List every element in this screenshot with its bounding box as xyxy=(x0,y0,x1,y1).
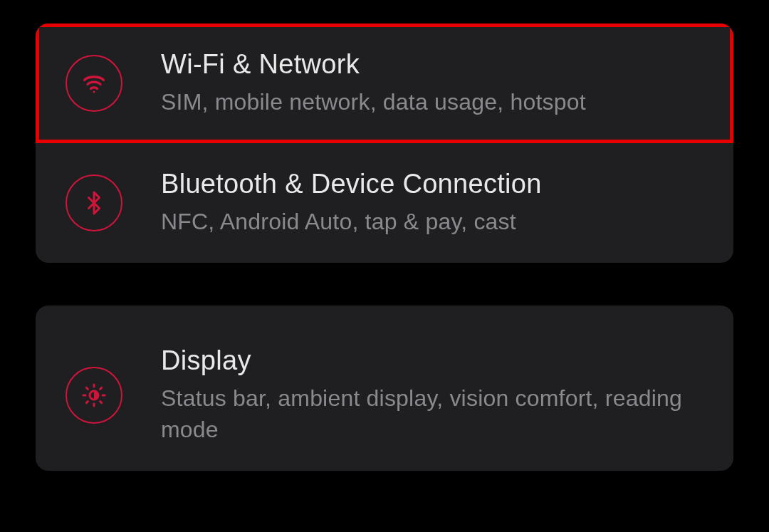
settings-group-connectivity: Wi-Fi & Network SIM, mobile network, dat… xyxy=(36,24,733,263)
svg-line-6 xyxy=(86,387,88,389)
brightness-icon xyxy=(66,367,122,424)
svg-line-9 xyxy=(100,387,102,389)
settings-item-text: Display Status bar, ambient display, vis… xyxy=(161,345,708,444)
settings-item-title: Wi-Fi & Network xyxy=(161,49,586,80)
settings-item-wifi-network[interactable]: Wi-Fi & Network SIM, mobile network, dat… xyxy=(36,24,733,143)
settings-group-display: Display Status bar, ambient display, vis… xyxy=(36,306,733,470)
wifi-icon xyxy=(66,55,122,112)
settings-item-text: Bluetooth & Device Connection NFC, Andro… xyxy=(161,169,542,237)
settings-item-display[interactable]: Display Status bar, ambient display, vis… xyxy=(36,320,733,470)
settings-item-title: Bluetooth & Device Connection xyxy=(161,169,542,199)
bluetooth-icon xyxy=(66,174,122,231)
settings-item-text: Wi-Fi & Network SIM, mobile network, dat… xyxy=(161,49,586,118)
settings-item-title: Display xyxy=(161,345,708,376)
svg-line-8 xyxy=(86,402,88,403)
settings-item-subtitle: SIM, mobile network, data usage, hotspot xyxy=(161,87,586,118)
settings-item-subtitle: NFC, Android Auto, tap & pay, cast xyxy=(161,207,542,237)
svg-line-7 xyxy=(100,402,102,403)
settings-item-bluetooth[interactable]: Bluetooth & Device Connection NFC, Andro… xyxy=(36,143,733,263)
svg-point-0 xyxy=(93,91,95,93)
settings-item-subtitle: Status bar, ambient display, vision comf… xyxy=(161,383,708,444)
